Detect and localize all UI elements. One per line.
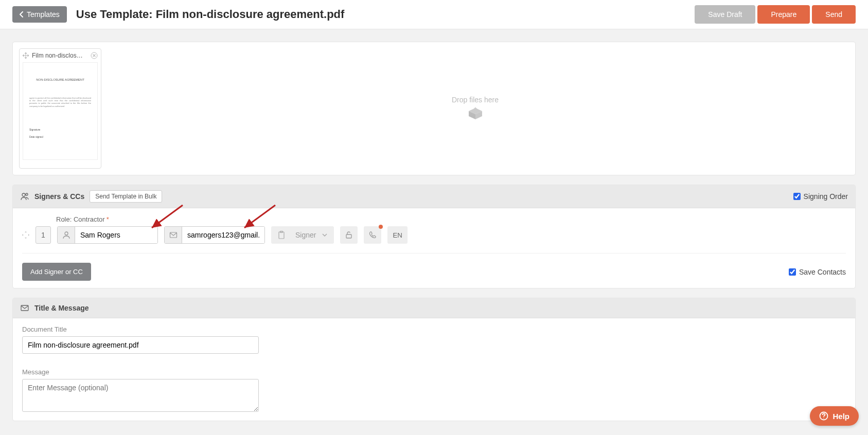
svg-point-12 — [824, 418, 825, 419]
person-icon — [58, 227, 75, 243]
signer-email-input[interactable] — [182, 227, 264, 243]
phone-icon — [368, 231, 377, 239]
header-actions: Save Draft Prepare Send — [695, 5, 856, 24]
add-signer-button[interactable]: Add Signer or CC — [22, 263, 91, 281]
send-bulk-button[interactable]: Send Template in Bulk — [90, 190, 162, 203]
signer-order: 1 — [36, 226, 51, 244]
title-message-header: Title & Message — [13, 298, 855, 318]
back-templates-button[interactable]: Templates — [12, 6, 67, 23]
signer-type-value: Signer — [293, 231, 318, 239]
lock-button[interactable] — [340, 226, 358, 244]
signer-name-group — [57, 226, 158, 244]
save-contacts-checkbox[interactable] — [789, 268, 796, 276]
remove-document-button[interactable] — [91, 52, 98, 59]
language-button[interactable]: EN — [387, 226, 408, 244]
signer-name-input[interactable] — [75, 227, 157, 243]
back-label: Templates — [27, 10, 60, 19]
save-draft-button[interactable]: Save Draft — [695, 5, 755, 24]
signers-icon — [20, 192, 29, 201]
document-preview: NON-DISCLOSURE AGREEMENT agree to protec… — [23, 62, 98, 160]
send-button[interactable]: Send — [812, 5, 856, 24]
message-textarea[interactable] — [22, 379, 259, 412]
prepare-button[interactable]: Prepare — [757, 5, 810, 24]
signing-order-label: Signing Order — [804, 192, 848, 201]
caret-down-icon — [322, 233, 331, 237]
signers-panel: Signers & CCs Send Template in Bulk Sign… — [12, 185, 856, 288]
envelope-icon — [20, 303, 29, 313]
save-contacts-label: Save Contacts — [799, 268, 846, 276]
doc-title-input[interactable] — [22, 336, 259, 354]
signers-section-header: Signers & CCs Send Template in Bulk Sign… — [13, 185, 855, 208]
drop-zone[interactable]: Drop files here — [101, 48, 849, 169]
signers-actions: Add Signer or CC Save Contacts — [13, 256, 855, 288]
notification-dot-icon — [379, 225, 383, 229]
header-bar: Templates Use Template: Film non-disclos… — [0, 0, 868, 29]
title-message-title: Title & Message — [34, 304, 89, 312]
clipboard-icon — [274, 231, 289, 239]
role-label: Role: Contractor* — [56, 215, 846, 223]
svg-point-1 — [22, 193, 25, 196]
signer-email-group — [164, 226, 265, 244]
message-label: Message — [22, 368, 846, 376]
help-button[interactable]: Help — [810, 406, 859, 426]
envelope-icon — [165, 227, 182, 243]
svg-point-2 — [26, 193, 28, 195]
signer-block: Role: Contractor* 1 — [13, 208, 855, 256]
page-title: Use Template: Film non-disclosure agreem… — [76, 8, 345, 21]
help-icon — [819, 411, 828, 421]
svg-point-5 — [65, 232, 68, 235]
message-field: Message — [13, 361, 855, 421]
document-name: Film non-disclos… — [32, 52, 87, 59]
help-label: Help — [832, 412, 849, 421]
signer-row: 1 Signer — [22, 226, 846, 253]
document-card[interactable]: Film non-disclos… NON-DISCLOSURE AGREEME… — [19, 48, 101, 169]
workspace: Film non-disclos… NON-DISCLOSURE AGREEME… — [0, 29, 868, 435]
chevron-left-icon — [20, 11, 24, 17]
signers-title: Signers & CCs — [34, 192, 84, 201]
doc-title-label: Document Title — [22, 325, 846, 333]
unlock-icon — [345, 231, 353, 239]
signer-type-select[interactable]: Signer — [271, 226, 334, 244]
svg-rect-9 — [346, 234, 351, 238]
title-message-panel: Title & Message Document Title Message — [12, 298, 856, 421]
signing-order-checkbox[interactable] — [793, 193, 801, 200]
documents-panel: Film non-disclos… NON-DISCLOSURE AGREEME… — [12, 42, 856, 175]
drop-hint-text: Drop files here — [452, 96, 499, 104]
phone-auth-button[interactable] — [364, 226, 381, 244]
move-icon[interactable] — [23, 52, 29, 59]
drag-handle-icon[interactable] — [22, 231, 29, 239]
doc-title-field: Document Title — [13, 318, 855, 361]
drop-box-icon — [467, 107, 484, 121]
